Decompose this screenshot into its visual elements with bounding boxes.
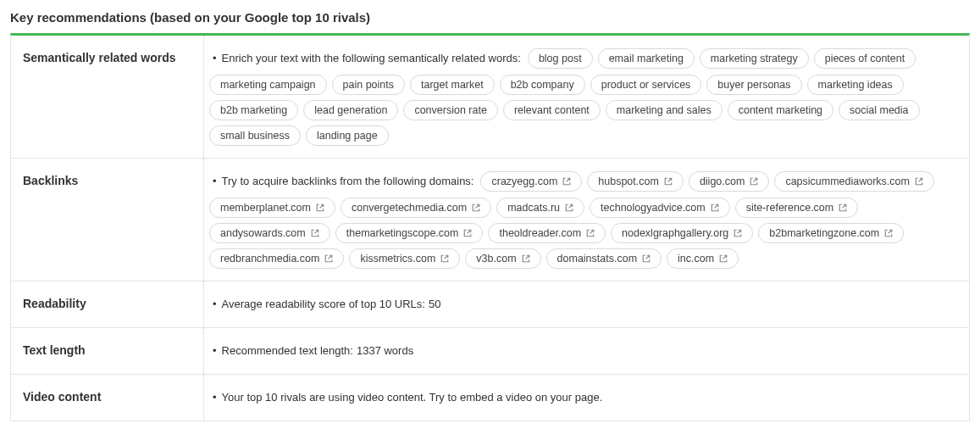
backlink-domain-text: hubspot.com <box>598 171 659 192</box>
semantic-tag[interactable]: buyer personas <box>706 75 801 95</box>
external-link-icon <box>440 254 449 263</box>
backlink-domain-tag[interactable]: diigo.com <box>689 171 770 192</box>
external-link-icon <box>734 229 742 237</box>
backlink-domain-tag[interactable]: domainstats.com <box>546 248 662 269</box>
external-link-icon <box>586 229 595 237</box>
row-label-backlinks: Backlinks <box>11 159 204 281</box>
backlink-domain-tag[interactable]: nodexlgraphgallery.org <box>611 223 753 243</box>
backlink-domain-text: theoldreader.com <box>499 223 581 243</box>
backlink-domain-tag[interactable]: technologyadvice.com <box>590 198 730 218</box>
backlink-domain-text: madcats.ru <box>507 198 560 218</box>
row-body-semantic: Enrich your text with the following sema… <box>204 36 969 158</box>
backlink-domain-text: convergetechmedia.com <box>352 198 467 218</box>
external-link-icon <box>750 177 758 186</box>
external-link-icon <box>316 203 324 212</box>
row-body-backlinks: Try to acquire backlinks from the follow… <box>204 159 969 281</box>
semantic-tag[interactable]: blog post <box>528 48 593 69</box>
semantic-tag[interactable]: marketing ideas <box>807 75 904 95</box>
backlink-domain-text: redbranchmedia.com <box>220 248 319 269</box>
backlink-domain-tag[interactable]: capsicummediaworks.com <box>774 171 934 192</box>
backlink-domain-tag[interactable]: themarketingscope.com <box>335 223 484 243</box>
backlink-domain-tag[interactable]: v3b.com <box>465 248 540 269</box>
external-link-icon <box>324 254 333 263</box>
recommendations-panel: Semantically related words Enrich your t… <box>10 33 970 421</box>
backlink-domain-tag[interactable]: kissmetrics.com <box>349 248 460 269</box>
semantic-tag[interactable]: marketing and sales <box>606 100 723 120</box>
readability-value: 50 <box>429 293 440 315</box>
backlink-domain-text: kissmetrics.com <box>360 248 435 269</box>
semantic-tag[interactable]: b2b marketing <box>209 100 298 120</box>
backlink-domain-text: domainstats.com <box>557 248 637 269</box>
section-heading: Key recommendations (based on your Googl… <box>10 10 970 25</box>
semantic-tag[interactable]: lead generation <box>303 100 398 120</box>
semantic-tag[interactable]: pain points <box>332 75 405 95</box>
row-label-video: Video content <box>11 375 204 421</box>
textlength-label-text: Recommended text length: <box>222 340 353 362</box>
row-body-readability: Average readability score of top 10 URLs… <box>204 281 969 327</box>
textlength-value: 1337 words <box>357 340 413 362</box>
backlink-domain-tag[interactable]: redbranchmedia.com <box>209 248 344 269</box>
row-body-textlength: Recommended text length: 1337 words <box>204 328 969 374</box>
backlink-domain-tag[interactable]: site-reference.com <box>735 198 859 218</box>
row-textlength: Text length Recommended text length: 133… <box>11 328 969 375</box>
backlink-domain-tag[interactable]: madcats.ru <box>496 198 584 218</box>
external-link-icon <box>565 203 573 212</box>
semantic-tag[interactable]: social media <box>839 100 919 120</box>
external-link-icon <box>472 203 480 212</box>
backlink-domain-tag[interactable]: b2bmarketingzone.com <box>758 223 904 243</box>
semantic-tag[interactable]: target market <box>410 75 495 95</box>
textlength-text: Recommended text length: 1337 words <box>213 340 413 362</box>
semantic-tag[interactable]: small business <box>209 125 301 146</box>
backlink-domain-tag[interactable]: theoldreader.com <box>488 223 606 243</box>
backlink-domain-text: technologyadvice.com <box>601 198 706 218</box>
backlink-domain-tag[interactable]: andysowards.com <box>209 223 330 243</box>
backlink-domain-text: crazyegg.com <box>491 171 557 192</box>
row-label-textlength: Text length <box>11 328 204 374</box>
semantic-tag[interactable]: b2b company <box>500 75 585 95</box>
semantic-tag[interactable]: conversion rate <box>403 100 497 120</box>
external-link-icon <box>719 254 728 263</box>
backlink-domain-text: nodexlgraphgallery.org <box>622 223 728 243</box>
row-backlinks: Backlinks Try to acquire backlinks from … <box>11 159 969 281</box>
external-link-icon <box>311 229 319 237</box>
row-label-readability: Readability <box>11 281 204 327</box>
semantic-tag[interactable]: landing page <box>306 125 389 146</box>
semantic-tag[interactable]: content marketing <box>728 100 833 120</box>
row-semantic: Semantically related words Enrich your t… <box>11 36 969 159</box>
backlink-domain-tag[interactable]: convergetechmedia.com <box>341 198 491 218</box>
video-text: Your top 10 rivals are using video conte… <box>213 387 602 409</box>
backlink-domain-tag[interactable]: memberplanet.com <box>209 198 335 218</box>
video-label-text: Your top 10 rivals are using video conte… <box>222 387 603 409</box>
backlink-domain-text: inc.com <box>678 248 714 269</box>
backlink-domain-text: memberplanet.com <box>220 198 311 218</box>
backlink-domain-text: themarketingscope.com <box>346 223 459 243</box>
backlink-domain-tag[interactable]: hubspot.com <box>587 171 684 192</box>
backlinks-lead-text: Try to acquire backlinks from the follow… <box>213 170 473 192</box>
semantic-tag[interactable]: marketing campaign <box>209 75 327 95</box>
backlink-domain-text: v3b.com <box>476 248 516 269</box>
row-body-video: Your top 10 rivals are using video conte… <box>204 375 969 421</box>
semantic-tag[interactable]: product or services <box>590 75 702 95</box>
semantic-tag[interactable]: pieces of content <box>814 48 916 69</box>
semantic-tag[interactable]: relevant content <box>503 100 601 120</box>
external-link-icon <box>562 177 571 186</box>
backlink-domain-text: site-reference.com <box>746 198 834 218</box>
semantic-tag[interactable]: marketing strategy <box>700 48 809 69</box>
backlink-domain-tag[interactable]: crazyegg.com <box>480 171 582 192</box>
external-link-icon <box>642 254 651 263</box>
backlink-domain-text: diigo.com <box>700 171 745 192</box>
external-link-icon <box>664 177 673 186</box>
external-link-icon <box>915 177 923 186</box>
external-link-icon <box>711 203 719 212</box>
backlink-domain-text: andysowards.com <box>220 223 306 243</box>
semantic-lead-text: Enrich your text with the following sema… <box>213 47 521 70</box>
readability-text: Average readability score of top 10 URLs… <box>213 293 440 315</box>
semantic-tag[interactable]: email marketing <box>598 48 695 69</box>
row-label-semantic: Semantically related words <box>11 36 204 158</box>
backlink-domain-tag[interactable]: inc.com <box>667 248 739 269</box>
external-link-icon <box>463 229 472 237</box>
readability-label-text: Average readability score of top 10 URLs… <box>222 293 425 315</box>
external-link-icon <box>884 229 893 237</box>
backlink-domain-text: b2bmarketingzone.com <box>769 223 879 243</box>
external-link-icon <box>522 254 530 263</box>
